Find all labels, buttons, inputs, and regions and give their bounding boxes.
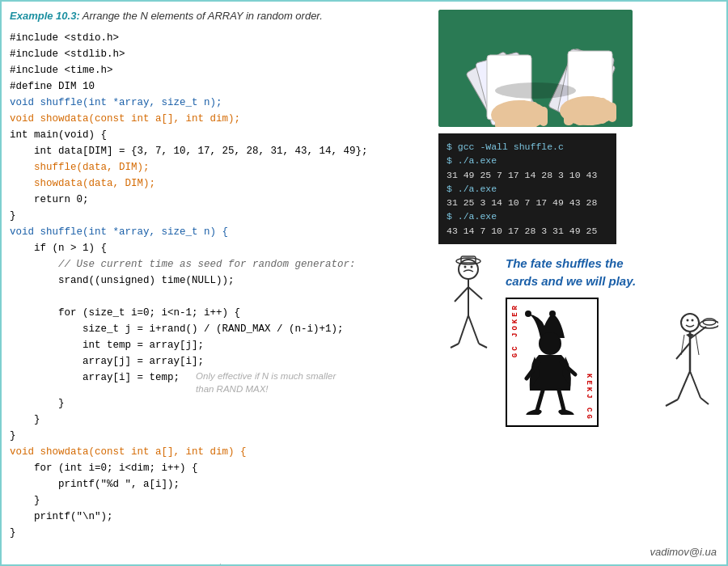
svg-line-54 (696, 335, 699, 355)
code-line: } (10, 208, 430, 224)
svg-rect-15 (575, 98, 585, 125)
joker-label-left: GC JOKER (511, 303, 519, 357)
terminal-cmd: $ ./a.exe (447, 184, 497, 194)
svg-line-49 (678, 371, 690, 399)
code-line-with-comment: array[i] = temp; Only effective if N is … (10, 370, 430, 395)
terminal-line: 31 25 3 14 10 7 17 49 43 28 (447, 196, 608, 209)
fate-text: The fate shuffles the cards and we will … (506, 255, 639, 291)
code-line: for (int i=0; i<dim; i++) { (10, 460, 430, 476)
code-line: showdata(data, DIM); (10, 175, 430, 192)
svg-line-25 (468, 287, 482, 299)
terminal-output-line: 43 14 7 10 17 28 3 31 49 25 (447, 226, 597, 236)
card-hands-svg (438, 10, 633, 127)
terminal-line: $ ./a.exe (447, 209, 608, 223)
example-title: Example 10.3: Arrange the N elements of … (10, 10, 430, 22)
code-line: } (10, 395, 430, 412)
code-line: #define DIM 10 (10, 78, 430, 95)
card-hands-image (438, 10, 633, 127)
code-line: array[j] = array[i]; (10, 353, 430, 370)
svg-rect-8 (529, 102, 538, 127)
svg-point-34 (539, 332, 561, 355)
code-line: size_t j = i+rand() / (RAND_MAX / (n-i)+… (10, 321, 430, 337)
terminal-line: $ gcc -Wall shuffle.c (447, 140, 608, 154)
fate-area: The fate shuffles the cards and we will … (438, 255, 718, 427)
terminal-output: $ gcc -Wall shuffle.c $ ./a.exe 31 49 25… (438, 133, 616, 244)
comment-only-effective: Only effective if N is much smallerthan … (196, 370, 336, 395)
code-line: printf("%d ", a[i]); (10, 476, 430, 492)
code-line: } (10, 525, 430, 541)
svg-line-51 (666, 399, 678, 406)
example-desc: Arrange the N elements of ARRAY in rando… (80, 10, 323, 22)
terminal-cmd: $ ./a.exe (447, 211, 497, 222)
code-line: void showdata(const int a[], int dim); (10, 111, 430, 127)
svg-point-32 (525, 310, 531, 317)
code-line: #include <time.h> (10, 62, 430, 78)
terminal-line: 43 14 7 10 17 28 3 31 49 25 (447, 224, 608, 238)
right-panel: $ gcc -Wall shuffle.c $ ./a.exe 31 49 25… (438, 10, 718, 556)
code-line: for (size_t i=0; i<n-1; i++) { (10, 305, 430, 321)
bottom-left: ♠ Shuffling the Deck (10, 541, 430, 566)
svg-line-45 (690, 327, 706, 339)
svg-line-27 (468, 315, 479, 344)
svg-point-33 (549, 310, 556, 317)
svg-line-26 (459, 315, 468, 344)
code-line: shuffle(data, DIM); (10, 159, 430, 175)
terminal-line: 31 49 25 7 17 14 28 3 10 43 (447, 168, 608, 182)
code-line: void showdata(const int a[], int dim) { (10, 444, 430, 460)
svg-rect-6 (506, 102, 516, 127)
joker-card: GC JOKER KEKJ CG (506, 298, 599, 427)
svg-point-22 (471, 265, 473, 268)
svg-point-47 (703, 319, 716, 325)
sad-man-figure (438, 255, 499, 363)
code-block: #include <stdio.h> #include <stdlib.h> #… (10, 30, 430, 541)
code-line: int data[DIM] = {3, 7, 10, 17, 25, 28, 3… (10, 143, 430, 159)
code-line: srand((unsigned) time(NULL)); (10, 272, 430, 289)
code-line: } (10, 412, 430, 428)
svg-line-52 (700, 398, 709, 404)
svg-point-41 (681, 314, 699, 332)
terminal-output-line: 31 49 25 7 17 14 28 3 10 43 (447, 170, 597, 180)
fate-line1: The fate shuffles the (506, 256, 624, 270)
svg-line-24 (455, 287, 468, 302)
code-line (10, 289, 430, 305)
code-line: printf("\n"); (10, 509, 430, 525)
svg-rect-7 (518, 100, 527, 127)
code-line: array[i] = temp; (10, 370, 180, 386)
svg-rect-9 (540, 107, 548, 126)
svg-rect-17 (598, 98, 607, 124)
code-line: #include <stdio.h> (10, 30, 430, 46)
credit: vadimov@i.ua (650, 546, 717, 558)
terminal-cmd: $ gcc -Wall shuffle.c (447, 142, 564, 152)
svg-line-28 (451, 344, 459, 348)
example-label: Example 10.3: (10, 10, 80, 22)
code-line: int temp = array[j]; (10, 337, 430, 353)
terminal-output-line: 31 25 3 14 10 7 17 49 43 28 (447, 197, 597, 208)
code-line: if (n > 1) { (10, 240, 430, 256)
code-line: } (10, 492, 430, 509)
sad-man-svg (438, 255, 499, 360)
svg-line-48 (676, 343, 690, 359)
code-line: int main(void) { (10, 127, 430, 143)
waiter-figure (645, 310, 718, 427)
terminal-cmd: $ ./a.exe (447, 155, 497, 166)
svg-point-40 (557, 408, 574, 414)
svg-point-43 (692, 319, 694, 321)
svg-rect-16 (586, 96, 596, 125)
code-line: void shuffle(int *array, size_t n); (10, 95, 430, 111)
svg-point-39 (525, 408, 542, 414)
svg-line-50 (690, 371, 700, 398)
waiter-svg (645, 310, 718, 424)
code-line: void shuffle(int *array, size_t n) { (10, 224, 430, 240)
code-line: // Use current time as seed for random g… (10, 256, 430, 272)
left-panel: Example 10.3: Arrange the N elements of … (10, 10, 430, 556)
terminal-line: $ ./a.exe (447, 154, 608, 167)
svg-point-42 (687, 319, 689, 321)
joker-label-right: KEKJ CG (585, 374, 593, 421)
fate-line2: cards and we will play. (506, 274, 636, 288)
code-line: return 0; (10, 192, 430, 208)
svg-rect-18 (608, 103, 616, 122)
svg-line-29 (479, 344, 487, 348)
code-line: #include <stdlib.h> (10, 46, 430, 62)
code-line: } (10, 428, 430, 444)
svg-point-21 (464, 265, 467, 268)
